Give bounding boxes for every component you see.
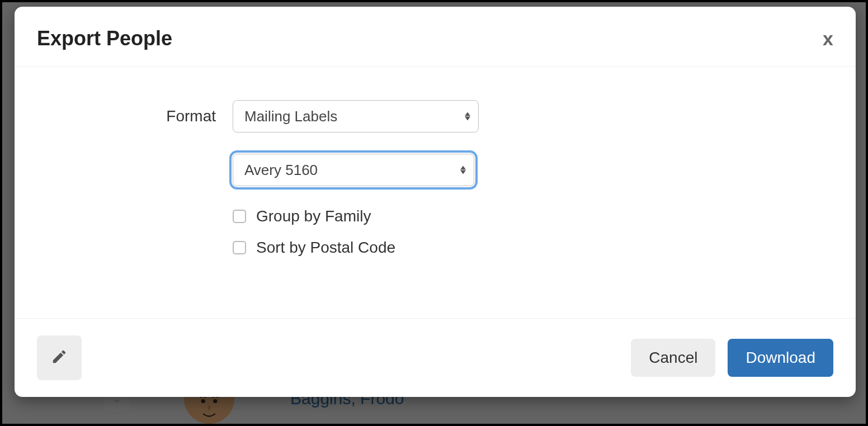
select-arrows-icon — [465, 112, 470, 121]
download-button[interactable]: Download — [728, 339, 833, 377]
sort-by-postal-checkbox[interactable] — [233, 241, 246, 254]
edit-button[interactable] — [37, 335, 82, 380]
options-row: Group by Family Sort by Postal Code — [48, 207, 822, 270]
select-arrows-icon — [460, 166, 466, 174]
modal-header: Export People x — [15, 7, 856, 67]
format-control: Mailing Labels — [233, 100, 479, 132]
label-template-select[interactable]: Avery 5160 — [233, 154, 474, 186]
modal-title: Export People — [37, 27, 172, 50]
close-button[interactable]: x — [823, 29, 833, 48]
sort-by-postal-row: Sort by Postal Code — [233, 239, 395, 257]
template-control: Avery 5160 — [233, 154, 474, 186]
modal-footer: Cancel Download — [15, 318, 856, 397]
format-select-value: Mailing Labels — [244, 108, 337, 125]
group-by-family-label: Group by Family — [256, 207, 371, 225]
format-label: Format — [48, 107, 233, 125]
export-people-modal: Export People x Format Mailing Labels — [15, 7, 856, 397]
pencil-icon — [51, 348, 68, 367]
group-by-family-row: Group by Family — [233, 207, 395, 225]
cancel-button[interactable]: Cancel — [631, 339, 715, 377]
modal-body: Format Mailing Labels Avery 5160 — [15, 67, 856, 318]
sort-by-postal-label: Sort by Postal Code — [256, 239, 395, 257]
footer-actions: Cancel Download — [631, 339, 833, 377]
format-select[interactable]: Mailing Labels — [233, 100, 479, 132]
format-row: Format Mailing Labels — [48, 100, 822, 132]
viewport: ⌄ Baggins, Frodo — [0, 0, 868, 426]
options-control: Group by Family Sort by Postal Code — [233, 207, 395, 270]
template-row: Avery 5160 — [48, 154, 822, 186]
label-template-select-value: Avery 5160 — [244, 162, 318, 179]
group-by-family-checkbox[interactable] — [233, 210, 246, 223]
